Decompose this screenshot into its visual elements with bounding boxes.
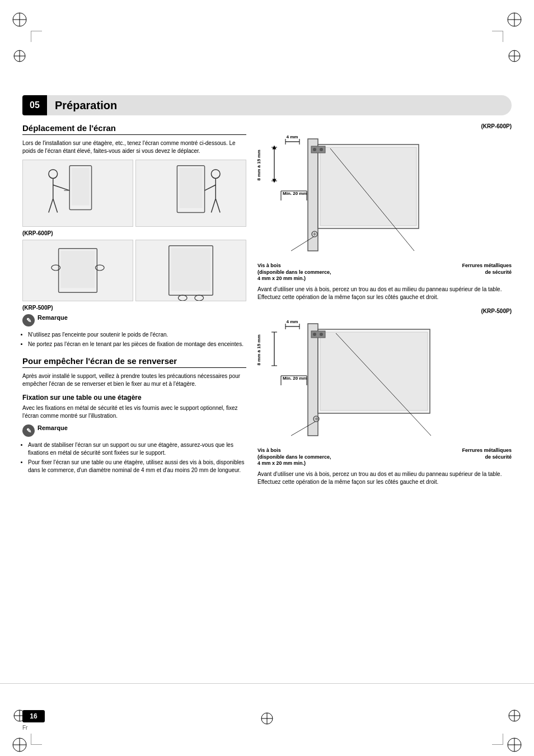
corner-mark-tl: [31, 31, 42, 42]
diagram2-caption-left: Vis à bois (disponible dans le commerce,…: [257, 447, 331, 467]
note-icon-1: ✎: [22, 314, 35, 326]
section2-note: ✎ Remarque: [22, 424, 246, 437]
corner-mark-tr: [492, 31, 503, 42]
svg-rect-21: [179, 168, 202, 208]
chapter-bar: 05 Préparation: [22, 95, 512, 115]
svg-text:4 mm: 4 mm: [287, 319, 298, 324]
reg-mark-tr: [506, 11, 523, 28]
svg-line-26: [216, 199, 220, 213]
section1-title: Déplacement de l'écran: [22, 123, 246, 135]
svg-line-18: [53, 199, 58, 213]
svg-text:Min. 20 mm: Min. 20 mm: [283, 191, 307, 196]
svg-line-24: [205, 185, 216, 190]
chapter-title: Préparation: [47, 95, 512, 115]
svg-text:4 mm: 4 mm: [287, 134, 298, 139]
svg-point-75: [320, 333, 323, 336]
section2-body: Après avoir installé le support, veillez…: [22, 372, 246, 388]
svg-text:8 mm à 15 mm: 8 mm à 15 mm: [257, 334, 261, 365]
main-content: Déplacement de l'écran Lors de l'install…: [22, 123, 512, 683]
svg-point-51: [313, 148, 316, 151]
reg-mark-bl: [11, 736, 28, 753]
svg-text:Min. 20 mm: Min. 20 mm: [283, 376, 307, 381]
section1-images-top: [22, 160, 246, 227]
side-mark-right-top: [506, 48, 523, 66]
bullet-1-2: Ne portez pas l'écran en le tenant par l…: [28, 340, 246, 348]
diagram1-wrap: 8 mm à 15 mm 4 mm Min. 20 mm: [257, 130, 512, 260]
svg-text:8 mm à 15 mm: 8 mm à 15 mm: [257, 150, 261, 180]
section1-images-bottom: [22, 240, 246, 301]
page-footer: 16 Fr: [0, 683, 534, 756]
note-icon-2: ✎: [22, 424, 35, 437]
subsection-title: Fixation sur une table ou une étagère: [22, 394, 246, 402]
diagram2-caption-right: Ferrures métalliques de sécurité: [462, 447, 512, 467]
corner-mark-bl: [31, 734, 42, 745]
image-krp500p-right: [135, 240, 246, 301]
diagram2-model-label: (KRP-500P): [257, 308, 512, 314]
page-number: 16: [22, 710, 45, 722]
bullet-2-1: Avant de stabiliser l'écran sur un suppo…: [28, 441, 246, 457]
section1-note: ✎ Remarque: [22, 314, 246, 326]
bullet-1-1: N'utilisez pas l'enceinte pour soutenir …: [28, 331, 246, 339]
svg-line-16: [53, 185, 70, 190]
section1: Déplacement de l'écran Lors de l'install…: [22, 123, 246, 348]
corner-mark-br: [492, 734, 503, 745]
svg-line-25: [211, 199, 216, 213]
svg-point-52: [320, 148, 323, 151]
svg-point-22: [211, 170, 220, 179]
image-krp600p-left: [22, 160, 133, 227]
svg-point-14: [49, 170, 58, 179]
subsection-body: Avec les fixations en métal de sécurité …: [22, 404, 246, 420]
svg-line-17: [49, 199, 53, 213]
center-mark-bottom: [259, 710, 275, 728]
diagram1-caption-right: Ferrures métalliques de sécurité: [462, 263, 512, 282]
krp600p-label: (KRP-600P): [22, 230, 246, 236]
right-column: (KRP-600P) 8 mm à 15 mm 4 mm: [257, 123, 512, 683]
note-label-1: Remarque: [38, 314, 68, 321]
page-language: Fr: [22, 725, 27, 731]
diagram2-container: (KRP-500P) 8 mm à 15 mm 4 mm Min. 20 mm: [257, 308, 512, 486]
section1-bullets: N'utilisez pas l'enceinte pour soutenir …: [22, 331, 246, 348]
svg-point-33: [178, 295, 187, 301]
chapter-number: 05: [22, 95, 47, 115]
diagram1-caption: Vis à bois (disponible dans le commerce,…: [257, 263, 512, 282]
diagram2-wrap: 8 mm à 15 mm 4 mm Min. 20 mm: [257, 315, 512, 445]
svg-rect-49: [320, 147, 416, 226]
krp500p-label: (KRP-500P): [22, 305, 246, 311]
diagram1-container: (KRP-600P) 8 mm à 15 mm 4 mm: [257, 123, 512, 301]
section2: Pour empêcher l'écran de se renverser Ap…: [22, 356, 246, 474]
diagram1-model-label: (KRP-600P): [257, 123, 512, 129]
svg-point-74: [313, 333, 316, 336]
svg-point-34: [195, 295, 204, 301]
left-column: Déplacement de l'écran Lors de l'install…: [22, 123, 246, 683]
svg-rect-28: [61, 251, 95, 288]
bullet-2-2: Pour fixer l'écran sur une table ou une …: [28, 459, 246, 474]
section2-bullets: Avant de stabiliser l'écran sur un suppo…: [22, 441, 246, 474]
image-krp500p-left: [22, 240, 133, 301]
section1-body: Lors de l'installation sur une étagère, …: [22, 139, 246, 155]
side-mark-left-top: [11, 48, 28, 66]
image-krp600p-right: [135, 160, 246, 227]
diagram2-caption: Vis à bois (disponible dans le commerce,…: [257, 447, 512, 467]
diagram1-caption-left: Vis à bois (disponible dans le commerce,…: [257, 263, 331, 282]
section2-title: Pour empêcher l'écran de se renverser: [22, 356, 246, 368]
svg-rect-13: [72, 168, 89, 206]
svg-rect-72: [320, 332, 428, 410]
svg-rect-32: [171, 248, 211, 291]
note-label-2: Remarque: [38, 424, 68, 431]
reg-mark-tl: [11, 11, 28, 28]
side-mark-right-bottom: [506, 707, 523, 725]
diagram1-body-text: Avant d'utiliser une vis à bois, percez …: [257, 286, 512, 301]
reg-mark-br: [506, 736, 523, 753]
diagram2-body-text: Avant d'utiliser une vis à bois, percez …: [257, 470, 512, 486]
